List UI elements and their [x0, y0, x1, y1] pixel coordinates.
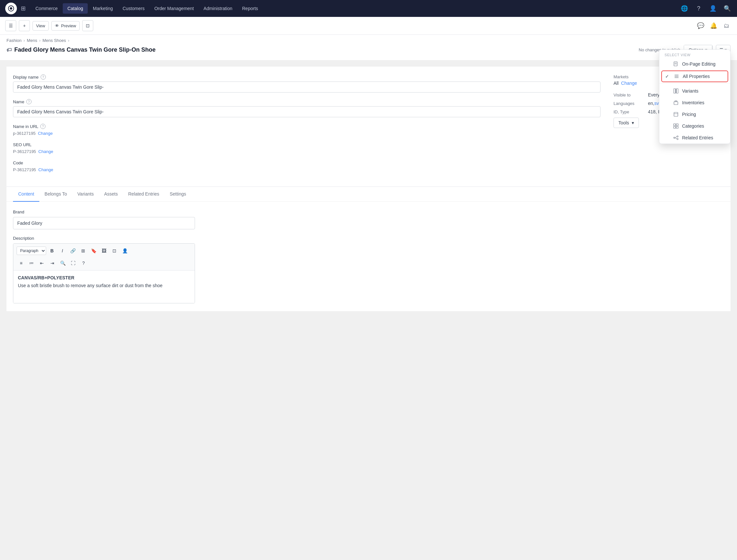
nav-item-reports[interactable]: Reports	[237, 3, 262, 14]
name-in-url-help-icon[interactable]: ?	[40, 124, 45, 129]
bell-icon[interactable]: 🔔	[708, 20, 719, 31]
fullscreen-btn[interactable]: ⛶	[69, 259, 78, 268]
italic-btn[interactable]: I	[58, 246, 67, 255]
description-line2: Use a soft bristle brush to remove any s…	[18, 283, 190, 288]
languages-key: Languages	[614, 101, 643, 106]
user-icon[interactable]: 👤	[708, 4, 718, 13]
product-form: Display name ? Name ? Name in URL ? p-	[6, 67, 731, 186]
breadcrumb-sep-3: ›	[68, 38, 69, 43]
chat-icon[interactable]: 💬	[695, 20, 706, 31]
name-help-icon[interactable]: ?	[26, 99, 32, 104]
top-navigation: ⊞ Commerce Catalog Marketing Customers O…	[0, 0, 737, 17]
dropdown-item-on-page-editing[interactable]: On-Page Editing	[659, 58, 730, 70]
search-icon[interactable]: 🔍	[723, 4, 732, 13]
tab-assets[interactable]: Assets	[99, 187, 123, 202]
seo-url-value: P-36127195 Change	[13, 149, 601, 154]
breadcrumb-fashion[interactable]: Fashion	[6, 38, 21, 43]
dropdown-item-categories[interactable]: Categories	[659, 120, 730, 132]
help-editor-btn[interactable]: ?	[79, 259, 88, 268]
layout-icon-btn[interactable]: ⊡	[82, 20, 93, 31]
display-name-input[interactable]	[13, 82, 601, 93]
markets-change-link[interactable]: Change	[621, 81, 637, 86]
name-in-url-change-link[interactable]: Change	[38, 131, 53, 136]
svg-rect-10	[675, 101, 677, 102]
app-logo[interactable]	[5, 3, 17, 14]
svg-rect-16	[676, 126, 678, 128]
indent-out-btn[interactable]: ⇤	[37, 259, 46, 268]
nav-item-catalog[interactable]: Catalog	[63, 3, 87, 14]
svg-rect-6	[674, 89, 675, 93]
brand-input[interactable]	[13, 217, 195, 229]
languages-value: en,sv	[648, 101, 659, 106]
help-icon[interactable]: ?	[694, 4, 703, 13]
name-in-url-value: p-36127195 Change	[13, 131, 601, 136]
dropdown-item-pricing[interactable]: Pricing	[659, 108, 730, 120]
tools-label: Tools	[618, 120, 629, 125]
languages-link[interactable]: sv	[654, 101, 659, 106]
bold-btn[interactable]: B	[47, 246, 57, 255]
page-title: 🏷 Faded Glory Mens Canvas Twin Gore Slip…	[6, 46, 156, 53]
dropdown-item-variants[interactable]: Variants	[659, 85, 730, 97]
view-label: View	[36, 23, 45, 28]
globe-icon[interactable]: 🌐	[680, 4, 689, 13]
grid-icon[interactable]: ⊞	[21, 5, 26, 12]
image-alt-btn[interactable]: ⊡	[110, 246, 119, 255]
find-btn[interactable]: 🔍	[58, 259, 67, 268]
toolbar: ☰ + View 👁 Preview ⊡ 💬 🔔 🗂	[0, 17, 737, 35]
breadcrumb-mens-shoes[interactable]: Mens Shoes	[43, 38, 66, 43]
nav-item-administration[interactable]: Administration	[199, 3, 237, 14]
view-button[interactable]: View	[32, 21, 49, 31]
editor-toolbar-row-1: Paragraph B I 🔗 ⊞ 🔖 🖼 ⊡ 👤	[17, 246, 191, 255]
breadcrumb-sep-2: ›	[39, 38, 40, 43]
breadcrumb-mens[interactable]: Mens	[27, 38, 37, 43]
related-icon	[673, 135, 679, 140]
person-btn[interactable]: 👤	[120, 246, 129, 255]
seo-url-change-link[interactable]: Change	[38, 149, 53, 154]
tab-related-entries[interactable]: Related Entries	[123, 187, 164, 202]
ol-btn[interactable]: ≔	[27, 259, 36, 268]
code-change-link[interactable]: Change	[38, 167, 53, 172]
code-label: Code	[13, 160, 601, 165]
tab-settings[interactable]: Settings	[164, 187, 191, 202]
variants-label: Variants	[682, 88, 698, 94]
tools-button[interactable]: Tools ▾	[614, 118, 639, 128]
editor-format-select[interactable]: Paragraph	[17, 247, 46, 255]
display-name-label: Display name ?	[13, 74, 601, 80]
add-btn[interactable]: +	[19, 20, 30, 31]
tab-variants[interactable]: Variants	[72, 187, 99, 202]
toolbar-right: 💬 🔔 🗂	[695, 20, 732, 31]
name-in-url-label: Name in URL ?	[13, 124, 601, 129]
nav-items: Commerce Catalog Marketing Customers Ord…	[31, 3, 680, 14]
tab-content[interactable]: Content	[13, 187, 39, 202]
dropdown-item-related-entries[interactable]: Related Entries	[659, 132, 730, 144]
chevron-down-icon-tools: ▾	[632, 120, 634, 125]
nav-item-order-management[interactable]: Order Management	[150, 3, 198, 14]
nav-item-customers[interactable]: Customers	[118, 3, 149, 14]
bookmark-icon[interactable]: 🗂	[721, 20, 732, 31]
svg-point-17	[674, 137, 675, 138]
nav-item-marketing[interactable]: Marketing	[88, 3, 117, 14]
svg-point-18	[677, 136, 678, 137]
editor-content[interactable]: CANVAS/RB+POLYESTER Use a soft bristle b…	[13, 271, 195, 303]
id-type-key: ID, Type	[614, 109, 643, 114]
tab-belongs-to[interactable]: Belongs To	[39, 187, 72, 202]
display-name-help-icon[interactable]: ?	[41, 74, 46, 80]
ul-btn[interactable]: ≡	[17, 259, 26, 268]
preview-button[interactable]: 👁 Preview	[51, 21, 80, 31]
dropdown-item-all-properties[interactable]: ✓ All Properties	[661, 70, 728, 82]
link-btn[interactable]: 🔗	[68, 246, 77, 255]
svg-rect-8	[677, 89, 678, 93]
table-btn[interactable]: ⊞	[79, 246, 88, 255]
name-input[interactable]	[13, 106, 601, 117]
on-page-editing-check	[665, 61, 670, 67]
nav-item-commerce[interactable]: Commerce	[31, 3, 62, 14]
editor-toolbar-row-2: ≡ ≔ ⇤ ⇥ 🔍 ⛶ ?	[17, 259, 191, 268]
description-editor: Paragraph B I 🔗 ⊞ 🔖 🖼 ⊡ 👤 ≡ ≔ ⇤ ⇥ 🔍	[13, 243, 195, 303]
all-properties-label: All Properties	[683, 74, 710, 79]
tabs-bar: Content Belongs To Variants Assets Relat…	[6, 186, 731, 201]
indent-in-btn[interactable]: ⇥	[48, 259, 57, 268]
image-btn[interactable]: 🖼	[99, 246, 108, 255]
dropdown-item-inventories[interactable]: Inventories	[659, 97, 730, 108]
filter-icon-btn[interactable]: ☰	[5, 20, 16, 31]
bookmark-editor-btn[interactable]: 🔖	[89, 246, 98, 255]
